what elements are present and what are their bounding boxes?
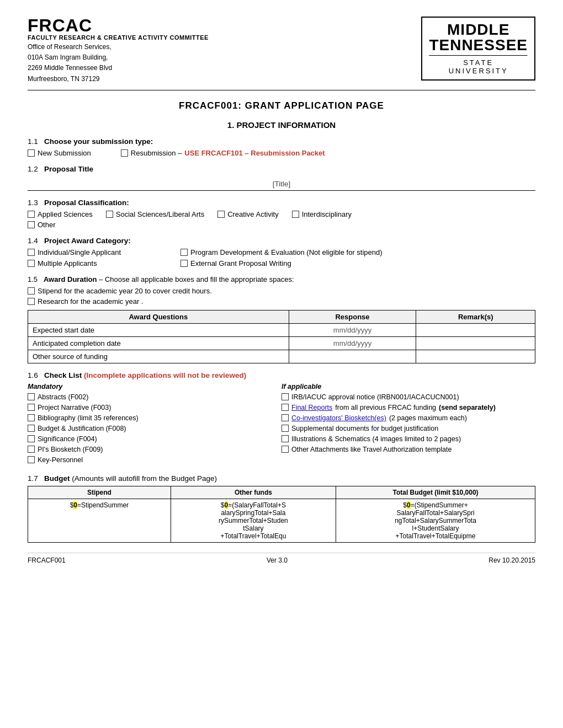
num-1-6: 1.6 <box>28 371 38 379</box>
text-1-2: Proposal Title <box>44 165 93 173</box>
social-sciences-checkbox[interactable] <box>106 211 113 218</box>
row0-response[interactable]: mm/dd/yyyy <box>289 323 416 336</box>
award-col-left: Individual/Single Applicant Multiple App… <box>28 248 131 267</box>
list-item: Supplemental documents for budget justif… <box>282 425 535 432</box>
address-line4: Murfreesboro, TN 37129 <box>28 75 100 83</box>
bibliography-checkbox[interactable] <box>28 414 35 421</box>
pi-biosketch-checkbox[interactable] <box>28 446 35 453</box>
page-title: FRCACF001: GRANT APPLICATION PAGE <box>28 100 535 111</box>
co-inv-checkbox[interactable] <box>282 414 289 421</box>
label-1-2: 1.2 Proposal Title <box>28 165 535 173</box>
award-col-header-2: Remark(s) <box>416 310 535 323</box>
footer: FRCACF001 Ver 3.0 Rev 10.20.2015 <box>28 553 535 564</box>
classification-row1: Applied Sciences Social Sciences/Liberal… <box>28 210 535 218</box>
final-reports-link[interactable]: Final Reports <box>291 404 332 411</box>
list-item: PI's Biosketch (F009) <box>28 446 282 453</box>
other-suffix: =(SalaryFallTotal+S <box>228 501 286 509</box>
external-grant-checkbox[interactable] <box>180 260 188 267</box>
other-option: Other <box>28 221 56 229</box>
applied-sciences-label: Applied Sciences <box>38 210 93 218</box>
research-option: Research for the academic year . <box>28 297 525 306</box>
resubmission-option: Resubmission – USE FRCACF101 – Resubmiss… <box>121 149 325 157</box>
address: Office of Research Services, 010A Sam In… <box>28 42 209 84</box>
irb-checkbox[interactable] <box>282 393 289 400</box>
header: FRCAC FACULTY RESEARCH & CREATIVE ACTIVI… <box>28 17 535 84</box>
footer-center: Ver 3.0 <box>267 556 288 564</box>
new-submission-checkbox[interactable] <box>28 149 35 157</box>
pi-biosketch-label: PI's Biosketch (F009) <box>38 446 103 453</box>
address-line2: 010A Sam Ingram Building, <box>28 53 108 61</box>
interdisciplinary-checkbox[interactable] <box>292 211 299 218</box>
social-sciences-label: Social Sciences/Liberal Arts <box>116 210 204 218</box>
final-reports-checkbox[interactable] <box>282 404 289 411</box>
proposal-title-field[interactable]: [Title] <box>28 176 535 191</box>
committee-name: FACULTY RESEARCH & CREATIVE ACTIVITY COM… <box>28 34 209 41</box>
interdisciplinary-label: Interdisciplinary <box>302 210 352 218</box>
resubmission-checkbox[interactable] <box>121 149 128 157</box>
other-checkbox[interactable] <box>28 221 35 228</box>
list-item: Budget & Justification (F008) <box>28 425 282 432</box>
individual-checkbox[interactable] <box>28 249 35 256</box>
subsection-1-3: 1.3 Proposal Classification: Applied Sci… <box>28 199 535 229</box>
row2-response[interactable] <box>289 350 416 363</box>
total-suffix2: SalaryFallTotal+SalarySpri <box>396 509 474 517</box>
mandatory-title: Mandatory <box>28 383 282 390</box>
project-narrative-label: Project Narrative (F003) <box>38 404 111 411</box>
num-1-5: 1.5 <box>28 275 38 283</box>
research-checkbox[interactable] <box>28 298 35 305</box>
university-word1: MIDDLE <box>429 22 528 38</box>
resubmission-link[interactable]: USE FRCACF101 – Resubmission Packet <box>184 149 325 157</box>
co-inv-link[interactable]: Co-investigators' Biosketch(es) <box>291 414 386 422</box>
illustrations-checkbox[interactable] <box>282 435 289 442</box>
resubmission-label: Resubmission – <box>131 149 182 157</box>
text-1-1: Choose your submission type: <box>44 137 153 146</box>
creative-activity-checkbox[interactable] <box>217 211 225 218</box>
budget-col-other: Other funds <box>171 486 336 499</box>
total-suffix4: l+StudentSalary <box>412 524 459 532</box>
list-item: Significance (F004) <box>28 435 282 443</box>
supplemental-checkbox[interactable] <box>282 425 289 432</box>
address-line1: Office of Research Services, <box>28 43 111 51</box>
total-zero: 0 <box>407 501 411 509</box>
total-dollar: $ <box>403 501 407 509</box>
text-1-3: Proposal Classification: <box>44 199 129 207</box>
mandatory-col: Mandatory Abstracts (F002) Project Narra… <box>28 383 282 467</box>
num-1-1: 1.1 <box>28 137 38 146</box>
applied-sciences-option: Applied Sciences <box>28 210 93 218</box>
text-1-5: Award Duration <box>44 275 97 283</box>
checklist-incomplete-warning: (Incomplete applications will not be rev… <box>84 371 246 379</box>
list-item: Illustrations & Schematics (4 images lim… <box>282 435 535 443</box>
multiple-checkbox[interactable] <box>28 260 35 267</box>
budget-table: Stipend Other funds Total Budget (limit … <box>28 486 535 543</box>
new-submission-label: New Submission <box>38 149 91 157</box>
key-personnel-checkbox[interactable] <box>28 456 35 463</box>
program-dev-checkbox[interactable] <box>180 249 188 256</box>
supplemental-label: Supplemental documents for budget justif… <box>291 425 438 432</box>
external-grant-option: External Grant Proposal Writing <box>180 259 383 267</box>
other-attachments-checkbox[interactable] <box>282 446 289 453</box>
table-row: Expected start date mm/dd/yyyy <box>28 323 535 336</box>
list-item: IRB/IACUC approval notice (IRBN001/IACAC… <box>282 393 535 401</box>
abstracts-label: Abstracts (F002) <box>38 393 88 401</box>
row1-response[interactable]: mm/dd/yyyy <box>289 336 416 350</box>
research-label: Research for the academic year . <box>38 297 143 306</box>
stipend-checkbox[interactable] <box>28 287 35 295</box>
project-narrative-checkbox[interactable] <box>28 404 35 411</box>
label-1-1: 1.1 Choose your submission type: <box>28 137 535 146</box>
stipend-label: Stipend for the academic year 20 to cove… <box>38 287 212 295</box>
row2-question: Other source of funding <box>28 350 289 363</box>
checklist-cols: Mandatory Abstracts (F002) Project Narra… <box>28 383 535 467</box>
individual-label: Individual/Single Applicant <box>38 248 121 256</box>
abstracts-checkbox[interactable] <box>28 393 35 400</box>
budget-label: 1.7 Budget (Amounts will autofill from t… <box>28 474 535 483</box>
list-item: Bibliography (limit 35 references) <box>28 414 282 422</box>
award-col-header-0: Award Questions <box>28 310 289 323</box>
title-placeholder: [Title] <box>28 176 535 190</box>
budget-justification-checkbox[interactable] <box>28 425 35 432</box>
irb-label: IRB/IACUC approval notice (IRBN001/IACAC… <box>291 393 459 401</box>
applied-sciences-checkbox[interactable] <box>28 211 35 218</box>
significance-checkbox[interactable] <box>28 435 35 442</box>
list-item: Final Reports from all previous FRCAC fu… <box>282 404 535 411</box>
other-suffix4: tSalary <box>243 524 263 532</box>
stipend-option: Stipend for the academic year 20 to cove… <box>28 287 525 295</box>
